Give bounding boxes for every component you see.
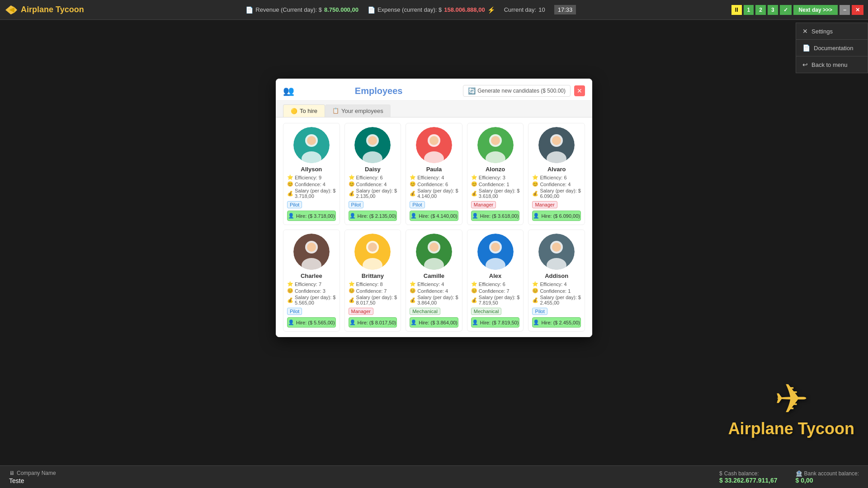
svg-point-23 [307,243,316,252]
day-stat: Current day: 10 [504,6,545,13]
efficiency-icon: ⭐ [410,281,416,287]
role-tag: Mechanical [410,308,440,315]
right-menu: ✕ Settings 📄 Documentation ↩ Back to men… [796,23,868,73]
hire-button[interactable]: 👤 Hire: ($ 6.090,00) [532,211,581,221]
documentation-label: Documentation [814,45,853,52]
documentation-menu-item[interactable]: 📄 Documentation [796,40,868,56]
settings-menu-item[interactable]: ✕ Settings [796,23,868,40]
watermark-plane-icon: ✈ [774,379,808,419]
lightning-icon: ⚡ [487,6,495,14]
tab-your-employees-label: Your employees [341,108,383,114]
modal-close-button[interactable]: ✕ [574,85,585,96]
efficiency-row: ⭐ Efficiency: 7 [287,281,336,287]
speed1-button[interactable]: 1 [744,5,754,15]
generate-label: Generate new candidates ($ 500.00) [477,88,566,94]
efficiency-icon: ⭐ [471,174,477,180]
hire-button[interactable]: 👤 Hire: ($ 5.565,00) [287,317,336,328]
confidence-label: Confidence: 4 [295,182,326,187]
back-label: Back to menu [811,61,848,68]
hire-label: Hire: ($ 2.135,00) [358,213,396,219]
employee-stats: ⭐ Efficiency: 8 😊 Confidence: 7 💰 Salary… [349,281,397,317]
expense-label: Expense (current day): $ [377,6,442,13]
hire-label: Hire: ($ 4.140,00) [419,213,458,219]
confidence-icon: 😊 [532,181,538,187]
hire-icon: 👤 [288,319,294,325]
hire-label: Hire: ($ 8.017,50) [358,320,396,325]
confidence-row: 😊 Confidence: 4 [349,181,397,187]
employee-card: Paula ⭐ Efficiency: 4 😊 Confidence: 6 💰 … [406,123,462,225]
employee-stats: ⭐ Efficiency: 9 😊 Confidence: 4 💰 Salary… [287,174,336,211]
expense-stat: 📄 Expense (current day): $ 158.006.888,0… [368,6,495,14]
confidence-row: 😊 Confidence: 7 [349,288,397,294]
efficiency-icon: ⭐ [532,281,538,287]
back-to-menu-item[interactable]: ↩ Back to menu [796,56,868,73]
employee-avatar [416,234,452,270]
efficiency-row: ⭐ Efficiency: 8 [349,281,397,287]
efficiency-icon: ⭐ [410,174,416,180]
close-button[interactable]: ✕ [852,5,863,15]
hire-button[interactable]: 👤 Hire: ($ 2.455,00) [532,317,581,328]
confidence-icon: 😊 [410,288,416,294]
hire-label: Hire: ($ 6.090,00) [541,213,580,219]
generate-candidates-button[interactable]: 🔄 Generate new candidates ($ 500.00) [463,85,571,97]
confidence-icon: 😊 [410,181,416,187]
hire-button[interactable]: 👤 Hire: ($ 3.618,00) [471,211,520,221]
hire-icon: 👤 [410,213,417,219]
employee-name: Camille [424,272,444,279]
employee-stats: ⭐ Efficiency: 4 😊 Confidence: 6 💰 Salary… [410,174,458,211]
efficiency-row: ⭐ Efficiency: 9 [287,174,336,180]
confidence-row: 😊 Confidence: 6 [410,181,458,187]
efficiency-icon: ⭐ [349,174,355,180]
topbar-controls: II 1 2 3 ✓ Next day >>> − ✕ [731,5,863,15]
modal-header-left: 👥 [283,85,294,96]
confidence-row: 😊 Confidence: 1 [471,181,520,187]
salary-icon: 💰 [471,191,477,197]
hire-button[interactable]: 👤 Hire: ($ 8.017,50) [349,317,397,328]
speed2-button[interactable]: 2 [755,5,766,15]
efficiency-row: ⭐ Efficiency: 6 [532,174,581,180]
hire-label: Hire: ($ 3.718,00) [296,213,335,219]
pause-button[interactable]: II [731,5,742,15]
efficiency-icon: ⭐ [287,174,293,180]
efficiency-label: Efficiency: 3 [479,175,505,180]
confidence-icon: 😊 [349,288,355,294]
hire-button[interactable]: 👤 Hire: ($ 3.718,00) [287,211,336,221]
salary-icon: 💰 [471,297,477,303]
hire-button[interactable]: 👤 Hire: ($ 7.819,50) [471,317,520,328]
minimize-button[interactable]: − [840,5,850,15]
speed3-button[interactable]: 3 [768,5,778,15]
watermark-title: Airplane Tycoon [728,419,854,438]
day-value: 10 [538,6,545,13]
efficiency-label: Efficiency: 9 [295,175,321,180]
employee-card: Alex ⭐ Efficiency: 6 😊 Confidence: 7 💰 S… [467,230,524,332]
hire-button[interactable]: 👤 Hire: ($ 3.864,00) [410,317,458,328]
tab-to-hire[interactable]: 🟡 To hire [283,104,325,117]
salary-row: 💰 Salary (per day): $ 8.017,50 [349,295,397,305]
salary-label: Salary (per day): $ 8.017,50 [356,295,397,305]
hire-label: Hire: ($ 5.565,00) [296,320,335,325]
employee-avatar [354,127,391,163]
efficiency-label: Efficiency: 7 [295,282,321,287]
hire-button[interactable]: 👤 Hire: ($ 4.140,00) [410,211,458,221]
tab-your-employees[interactable]: 📋 Your employees [325,104,391,117]
salary-label: Salary (per day): $ 4.140,00 [417,188,458,199]
next-day-button[interactable]: Next day >>> [793,5,838,15]
topbar: Airplane Tycoon 📄 Revenue (Current day):… [0,0,868,20]
salary-icon: 💰 [410,191,416,197]
employee-avatar [416,127,452,163]
refresh-icon: 🔄 [468,87,476,94]
main-area: 👥 Employees 🔄 Generate new candidates ($… [0,20,868,465]
svg-point-19 [552,136,561,145]
role-tag: Manager [471,201,496,208]
salary-label: Salary (per day): $ 3.718,00 [295,188,336,199]
employee-name: Daisy [365,166,381,173]
modal-header: 👥 Employees 🔄 Generate new candidates ($… [276,79,592,101]
efficiency-icon: ⭐ [287,281,293,287]
check-button[interactable]: ✓ [780,5,792,15]
efficiency-row: ⭐ Efficiency: 4 [532,281,581,287]
plane-logo-icon [5,4,17,16]
salary-row: 💰 Salary (per day): $ 2.455,00 [532,295,581,305]
tab-to-hire-label: To hire [300,108,317,114]
hire-button[interactable]: 👤 Hire: ($ 2.135,00) [349,211,397,221]
employees-header-icon: 👥 [283,85,294,96]
